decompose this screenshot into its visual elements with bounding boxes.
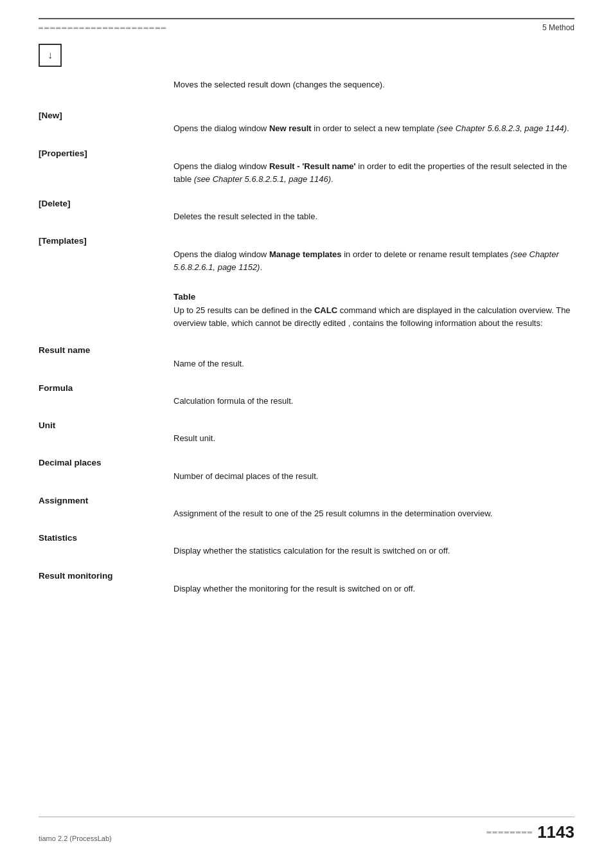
label-templates: [Templates] (39, 232, 173, 248)
spacer-result-name (39, 335, 574, 341)
desc-assignment-text: Assignment of the result to one of the 2… (173, 507, 574, 529)
entry-templates: [Templates] (39, 232, 574, 248)
header-decoration: ══════════════════════ (39, 24, 167, 32)
page-footer: tiamo 2.2 (ProcessLab) ════════ 1143 (39, 817, 574, 842)
label-properties: [Properties] (39, 145, 173, 160)
table-section-content: Table Up to 25 results can be defined in… (173, 292, 574, 335)
label-decimal-places: Decimal places (39, 454, 173, 469)
desc-templates-text: Opens the dialog window Manage templates… (173, 248, 574, 283)
desc-unit (173, 417, 574, 432)
entry-assignment: Assignment (39, 492, 574, 507)
desc-statistics (173, 529, 574, 545)
footer-dots: ════════ (486, 829, 533, 836)
entry-templates-desc-row: Opens the dialog window Manage templates… (39, 248, 574, 283)
entry-unit: Unit (39, 417, 574, 432)
entry-result-monitoring-desc-row: Display whether the monitoring for the r… (39, 583, 574, 604)
label-new: [New] (39, 107, 173, 122)
desc-result-name (173, 341, 574, 357)
table-heading: Table (173, 292, 574, 302)
entry-properties-desc-row: Opens the dialog window Result - 'Result… (39, 160, 574, 195)
label-formula: Formula (39, 379, 173, 395)
entry-result-monitoring: Result monitoring (39, 567, 574, 583)
footer-page-number: 1143 (537, 822, 574, 842)
move-down-label-area (39, 78, 173, 100)
desc-decimal-places (173, 454, 574, 469)
desc-result-name-text: Name of the result. (173, 357, 574, 379)
move-down-entry: Moves the selected result down (changes … (39, 78, 574, 100)
table-section-row: Table Up to 25 results can be defined in… (39, 292, 574, 335)
move-down-icon: ↓ (39, 44, 62, 67)
entry-formula-desc-row: Calculation formula of the result. (39, 395, 574, 417)
entry-delete: [Delete] (39, 195, 574, 210)
desc-formula (173, 379, 574, 395)
desc-decimal-places-text: Number of decimal places of the result. (173, 470, 574, 492)
label-unit: Unit (39, 417, 173, 432)
label-result-monitoring: Result monitoring (39, 567, 173, 583)
label-result-name: Result name (39, 341, 173, 357)
desc-delete (173, 195, 574, 210)
desc-result-monitoring-text: Display whether the monitoring for the r… (173, 583, 574, 604)
desc-result-monitoring (173, 567, 574, 583)
entry-delete-desc-row: Deletes the result selected in the table… (39, 210, 574, 232)
desc-delete-text: Deletes the result selected in the table… (173, 210, 574, 232)
entry-result-name: Result name (39, 341, 574, 357)
desc-formula-text: Calculation formula of the result. (173, 395, 574, 417)
page-header: ══════════════════════ 5 Method (39, 18, 574, 32)
entry-decimal-places: Decimal places (39, 454, 574, 469)
desc-unit-text: Result unit. (173, 432, 574, 454)
spacer-before-table (39, 283, 574, 292)
desc-properties-text: Opens the dialog window Result - 'Result… (173, 160, 574, 195)
entry-new-desc-row: Opens the dialog window New result in or… (39, 122, 574, 144)
desc-templates (173, 232, 574, 248)
main-content: [New] Opens the dialog window New result… (39, 107, 574, 817)
entry-assignment-desc-row: Assignment of the result to one of the 2… (39, 507, 574, 529)
label-delete: [Delete] (39, 195, 173, 210)
label-statistics: Statistics (39, 529, 173, 545)
footer-page-number-area: ════════ 1143 (486, 822, 574, 842)
desc-statistics-text: Display whether the statistics calculati… (173, 545, 574, 566)
label-assignment: Assignment (39, 492, 173, 507)
arrow-symbol: ↓ (48, 50, 53, 61)
page: ══════════════════════ 5 Method ↓ Moves … (0, 0, 613, 868)
desc-assignment (173, 492, 574, 507)
entry-formula: Formula (39, 379, 574, 395)
footer-app-name: tiamo 2.2 (ProcessLab) (39, 835, 112, 842)
entry-statistics: Statistics (39, 529, 574, 545)
desc-properties (173, 145, 574, 160)
desc-new-text: Opens the dialog window New result in or… (173, 122, 574, 144)
entry-statistics-desc-row: Display whether the statistics calculati… (39, 545, 574, 566)
header-chapter: 5 Method (542, 23, 574, 32)
entry-decimal-places-desc-row: Number of decimal places of the result. (39, 470, 574, 492)
entry-result-name-desc-row: Name of the result. (39, 357, 574, 379)
entry-new: [New] (39, 107, 574, 122)
table-desc-text: Up to 25 results can be defined in the C… (173, 304, 574, 330)
entry-unit-desc-row: Result unit. (39, 432, 574, 454)
entry-properties: [Properties] (39, 145, 574, 160)
desc-new (173, 107, 574, 122)
move-down-description: Moves the selected result down (changes … (173, 78, 574, 100)
